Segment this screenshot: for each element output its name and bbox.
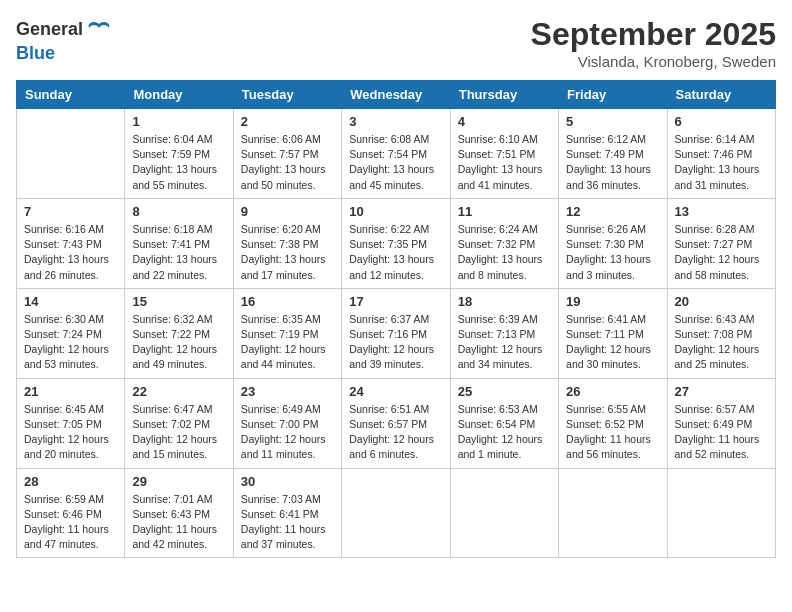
weekday-header: Monday: [125, 81, 233, 109]
calendar-week-row: 1Sunrise: 6:04 AM Sunset: 7:59 PM Daylig…: [17, 109, 776, 199]
calendar-cell: 17Sunrise: 6:37 AM Sunset: 7:16 PM Dayli…: [342, 288, 450, 378]
calendar-cell: 3Sunrise: 6:08 AM Sunset: 7:54 PM Daylig…: [342, 109, 450, 199]
calendar-cell: 2Sunrise: 6:06 AM Sunset: 7:57 PM Daylig…: [233, 109, 341, 199]
day-info: Sunrise: 6:43 AM Sunset: 7:08 PM Dayligh…: [675, 312, 768, 373]
day-number: 26: [566, 384, 659, 399]
day-info: Sunrise: 6:04 AM Sunset: 7:59 PM Dayligh…: [132, 132, 225, 193]
header: General Blue September 2025 Vislanda, Kr…: [16, 16, 776, 70]
day-info: Sunrise: 6:28 AM Sunset: 7:27 PM Dayligh…: [675, 222, 768, 283]
day-number: 4: [458, 114, 551, 129]
day-number: 19: [566, 294, 659, 309]
logo-general: General: [16, 20, 83, 40]
calendar-cell: 14Sunrise: 6:30 AM Sunset: 7:24 PM Dayli…: [17, 288, 125, 378]
day-number: 7: [24, 204, 117, 219]
day-info: Sunrise: 6:39 AM Sunset: 7:13 PM Dayligh…: [458, 312, 551, 373]
day-number: 30: [241, 474, 334, 489]
calendar-cell: 26Sunrise: 6:55 AM Sunset: 6:52 PM Dayli…: [559, 378, 667, 468]
day-info: Sunrise: 6:12 AM Sunset: 7:49 PM Dayligh…: [566, 132, 659, 193]
month-title: September 2025: [531, 16, 776, 53]
calendar-cell: 9Sunrise: 6:20 AM Sunset: 7:38 PM Daylig…: [233, 198, 341, 288]
calendar-cell: 8Sunrise: 6:18 AM Sunset: 7:41 PM Daylig…: [125, 198, 233, 288]
day-number: 13: [675, 204, 768, 219]
day-info: Sunrise: 6:14 AM Sunset: 7:46 PM Dayligh…: [675, 132, 768, 193]
day-info: Sunrise: 6:53 AM Sunset: 6:54 PM Dayligh…: [458, 402, 551, 463]
day-number: 5: [566, 114, 659, 129]
day-info: Sunrise: 7:01 AM Sunset: 6:43 PM Dayligh…: [132, 492, 225, 553]
day-info: Sunrise: 6:26 AM Sunset: 7:30 PM Dayligh…: [566, 222, 659, 283]
calendar-cell: [450, 468, 558, 558]
day-number: 9: [241, 204, 334, 219]
day-number: 15: [132, 294, 225, 309]
title-area: September 2025 Vislanda, Kronoberg, Swed…: [531, 16, 776, 70]
day-number: 11: [458, 204, 551, 219]
day-info: Sunrise: 6:57 AM Sunset: 6:49 PM Dayligh…: [675, 402, 768, 463]
logo-blue: Blue: [16, 43, 55, 63]
calendar-cell: 6Sunrise: 6:14 AM Sunset: 7:46 PM Daylig…: [667, 109, 775, 199]
weekday-header: Friday: [559, 81, 667, 109]
calendar-cell: 13Sunrise: 6:28 AM Sunset: 7:27 PM Dayli…: [667, 198, 775, 288]
day-info: Sunrise: 6:49 AM Sunset: 7:00 PM Dayligh…: [241, 402, 334, 463]
day-number: 24: [349, 384, 442, 399]
weekday-header: Saturday: [667, 81, 775, 109]
day-number: 18: [458, 294, 551, 309]
day-number: 12: [566, 204, 659, 219]
day-info: Sunrise: 6:18 AM Sunset: 7:41 PM Dayligh…: [132, 222, 225, 283]
calendar-cell: [342, 468, 450, 558]
day-info: Sunrise: 6:16 AM Sunset: 7:43 PM Dayligh…: [24, 222, 117, 283]
day-info: Sunrise: 6:59 AM Sunset: 6:46 PM Dayligh…: [24, 492, 117, 553]
calendar-cell: [17, 109, 125, 199]
calendar-week-row: 7Sunrise: 6:16 AM Sunset: 7:43 PM Daylig…: [17, 198, 776, 288]
day-info: Sunrise: 6:55 AM Sunset: 6:52 PM Dayligh…: [566, 402, 659, 463]
day-number: 6: [675, 114, 768, 129]
calendar-cell: 24Sunrise: 6:51 AM Sunset: 6:57 PM Dayli…: [342, 378, 450, 468]
calendar-cell: 16Sunrise: 6:35 AM Sunset: 7:19 PM Dayli…: [233, 288, 341, 378]
day-number: 1: [132, 114, 225, 129]
calendar-cell: 19Sunrise: 6:41 AM Sunset: 7:11 PM Dayli…: [559, 288, 667, 378]
calendar-cell: [559, 468, 667, 558]
day-info: Sunrise: 6:30 AM Sunset: 7:24 PM Dayligh…: [24, 312, 117, 373]
day-number: 2: [241, 114, 334, 129]
day-info: Sunrise: 6:51 AM Sunset: 6:57 PM Dayligh…: [349, 402, 442, 463]
day-number: 14: [24, 294, 117, 309]
calendar-cell: 15Sunrise: 6:32 AM Sunset: 7:22 PM Dayli…: [125, 288, 233, 378]
calendar-cell: [667, 468, 775, 558]
calendar-cell: 18Sunrise: 6:39 AM Sunset: 7:13 PM Dayli…: [450, 288, 558, 378]
day-number: 22: [132, 384, 225, 399]
day-number: 3: [349, 114, 442, 129]
calendar-cell: 7Sunrise: 6:16 AM Sunset: 7:43 PM Daylig…: [17, 198, 125, 288]
calendar-cell: 21Sunrise: 6:45 AM Sunset: 7:05 PM Dayli…: [17, 378, 125, 468]
calendar-cell: 12Sunrise: 6:26 AM Sunset: 7:30 PM Dayli…: [559, 198, 667, 288]
day-info: Sunrise: 6:37 AM Sunset: 7:16 PM Dayligh…: [349, 312, 442, 373]
day-info: Sunrise: 6:22 AM Sunset: 7:35 PM Dayligh…: [349, 222, 442, 283]
calendar-cell: 23Sunrise: 6:49 AM Sunset: 7:00 PM Dayli…: [233, 378, 341, 468]
calendar-cell: 20Sunrise: 6:43 AM Sunset: 7:08 PM Dayli…: [667, 288, 775, 378]
weekday-header: Tuesday: [233, 81, 341, 109]
logo: General Blue: [16, 16, 113, 64]
day-info: Sunrise: 6:08 AM Sunset: 7:54 PM Dayligh…: [349, 132, 442, 193]
calendar-cell: 5Sunrise: 6:12 AM Sunset: 7:49 PM Daylig…: [559, 109, 667, 199]
day-info: Sunrise: 6:20 AM Sunset: 7:38 PM Dayligh…: [241, 222, 334, 283]
day-info: Sunrise: 7:03 AM Sunset: 6:41 PM Dayligh…: [241, 492, 334, 553]
day-number: 16: [241, 294, 334, 309]
calendar-cell: 11Sunrise: 6:24 AM Sunset: 7:32 PM Dayli…: [450, 198, 558, 288]
day-number: 29: [132, 474, 225, 489]
weekday-header: Wednesday: [342, 81, 450, 109]
day-info: Sunrise: 6:45 AM Sunset: 7:05 PM Dayligh…: [24, 402, 117, 463]
calendar-table: SundayMondayTuesdayWednesdayThursdayFrid…: [16, 80, 776, 558]
calendar-week-row: 14Sunrise: 6:30 AM Sunset: 7:24 PM Dayli…: [17, 288, 776, 378]
day-number: 23: [241, 384, 334, 399]
day-info: Sunrise: 6:35 AM Sunset: 7:19 PM Dayligh…: [241, 312, 334, 373]
day-number: 28: [24, 474, 117, 489]
day-number: 20: [675, 294, 768, 309]
day-info: Sunrise: 6:41 AM Sunset: 7:11 PM Dayligh…: [566, 312, 659, 373]
calendar-header-row: SundayMondayTuesdayWednesdayThursdayFrid…: [17, 81, 776, 109]
day-number: 10: [349, 204, 442, 219]
day-info: Sunrise: 6:47 AM Sunset: 7:02 PM Dayligh…: [132, 402, 225, 463]
calendar-cell: 29Sunrise: 7:01 AM Sunset: 6:43 PM Dayli…: [125, 468, 233, 558]
day-number: 25: [458, 384, 551, 399]
calendar-cell: 4Sunrise: 6:10 AM Sunset: 7:51 PM Daylig…: [450, 109, 558, 199]
weekday-header: Sunday: [17, 81, 125, 109]
day-info: Sunrise: 6:32 AM Sunset: 7:22 PM Dayligh…: [132, 312, 225, 373]
calendar-cell: 25Sunrise: 6:53 AM Sunset: 6:54 PM Dayli…: [450, 378, 558, 468]
calendar-week-row: 21Sunrise: 6:45 AM Sunset: 7:05 PM Dayli…: [17, 378, 776, 468]
